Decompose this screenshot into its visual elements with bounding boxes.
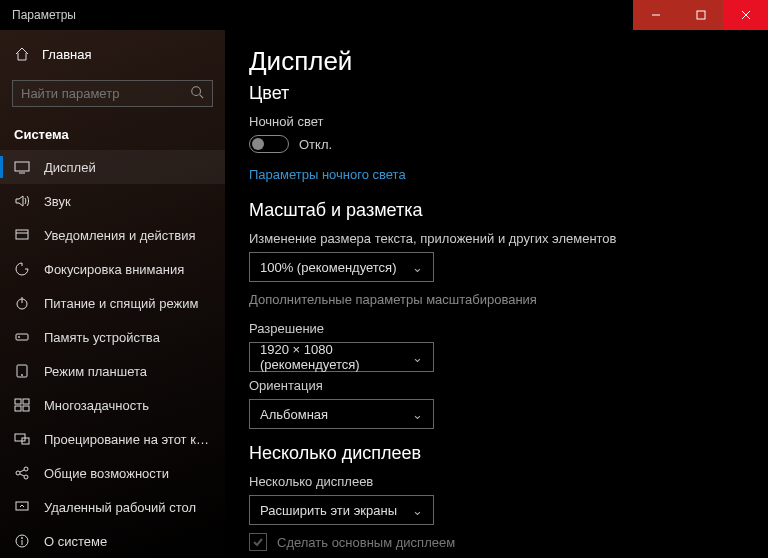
home-icon bbox=[14, 46, 30, 62]
scale-label: Изменение размера текста, приложений и д… bbox=[249, 231, 744, 246]
svg-rect-12 bbox=[16, 334, 28, 340]
night-light-state: Откл. bbox=[299, 137, 332, 152]
resolution-label: Разрешение bbox=[249, 321, 744, 336]
svg-point-24 bbox=[24, 475, 28, 479]
svg-point-23 bbox=[24, 467, 28, 471]
svg-line-26 bbox=[20, 474, 24, 476]
close-button[interactable] bbox=[723, 0, 768, 30]
sidebar-item-projecting[interactable]: Проецирование на этот компьютер bbox=[0, 422, 225, 456]
search-icon bbox=[190, 85, 204, 102]
section-scale-heading: Масштаб и разметка bbox=[249, 200, 744, 221]
orientation-value: Альбомная bbox=[260, 407, 328, 422]
sidebar-item-label: Проецирование на этот компьютер bbox=[44, 432, 211, 447]
shared-icon bbox=[14, 465, 30, 481]
chevron-down-icon: ⌄ bbox=[412, 260, 423, 275]
display-icon bbox=[14, 159, 30, 175]
svg-rect-16 bbox=[15, 399, 21, 404]
scale-dropdown[interactable]: 100% (рекомендуется) ⌄ bbox=[249, 252, 434, 282]
sidebar-item-notifications[interactable]: Уведомления и действия bbox=[0, 218, 225, 252]
sidebar-item-sound[interactable]: Звук bbox=[0, 184, 225, 218]
orientation-dropdown[interactable]: Альбомная ⌄ bbox=[249, 399, 434, 429]
section-color-heading: Цвет bbox=[249, 83, 744, 104]
svg-point-22 bbox=[16, 471, 20, 475]
sidebar-item-multitask[interactable]: Многозадачность bbox=[0, 388, 225, 422]
multi-value: Расширить эти экраны bbox=[260, 503, 397, 518]
section-title: Система bbox=[0, 121, 225, 150]
projecting-icon bbox=[14, 431, 30, 447]
sidebar-item-label: Фокусировка внимания bbox=[44, 262, 184, 277]
scale-value: 100% (рекомендуется) bbox=[260, 260, 396, 275]
svg-point-15 bbox=[22, 375, 23, 376]
resolution-value: 1920 × 1080 (рекомендуется) bbox=[260, 342, 412, 372]
sidebar-item-label: Уведомления и действия bbox=[44, 228, 196, 243]
about-icon bbox=[14, 533, 30, 549]
sidebar-item-storage[interactable]: Память устройства bbox=[0, 320, 225, 354]
sidebar-item-label: Общие возможности bbox=[44, 466, 169, 481]
svg-point-13 bbox=[19, 337, 20, 338]
resolution-dropdown[interactable]: 1920 × 1080 (рекомендуется) ⌄ bbox=[249, 342, 434, 372]
sidebar-item-label: Питание и спящий режим bbox=[44, 296, 198, 311]
svg-rect-27 bbox=[16, 502, 28, 510]
sidebar-item-label: Удаленный рабочий стол bbox=[44, 500, 196, 515]
svg-rect-17 bbox=[23, 399, 29, 404]
svg-point-4 bbox=[192, 87, 201, 96]
storage-icon bbox=[14, 329, 30, 345]
sidebar-item-focus[interactable]: Фокусировка внимания bbox=[0, 252, 225, 286]
night-light-toggle[interactable] bbox=[249, 135, 289, 153]
svg-point-30 bbox=[22, 538, 23, 539]
sidebar-item-label: Память устройства bbox=[44, 330, 160, 345]
maximize-button[interactable] bbox=[678, 0, 723, 30]
section-multi-heading: Несколько дисплеев bbox=[249, 443, 744, 464]
multi-label: Несколько дисплеев bbox=[249, 474, 744, 489]
multi-dropdown[interactable]: Расширить эти экраны ⌄ bbox=[249, 495, 434, 525]
notifications-icon bbox=[14, 227, 30, 243]
search-box[interactable] bbox=[12, 80, 213, 107]
page-title: Дисплей bbox=[249, 46, 744, 77]
sidebar: Главная Система Дисплей Звук Уведомления… bbox=[0, 30, 225, 558]
night-light-label: Ночной свет bbox=[249, 114, 744, 129]
home-link[interactable]: Главная bbox=[0, 38, 225, 70]
remote-icon bbox=[14, 499, 30, 515]
power-icon bbox=[14, 295, 30, 311]
sidebar-item-shared[interactable]: Общие возможности bbox=[0, 456, 225, 490]
svg-rect-6 bbox=[15, 162, 29, 171]
sidebar-item-label: Многозадачность bbox=[44, 398, 149, 413]
multitask-icon bbox=[14, 397, 30, 413]
sidebar-item-about[interactable]: О системе bbox=[0, 524, 225, 558]
svg-rect-18 bbox=[15, 406, 21, 411]
make-main-checkbox[interactable] bbox=[249, 533, 267, 551]
svg-line-5 bbox=[200, 95, 204, 99]
titlebar: Параметры bbox=[0, 0, 768, 30]
svg-rect-8 bbox=[16, 230, 28, 239]
content: Дисплей Цвет Ночной свет Откл. Параметры… bbox=[225, 30, 768, 558]
sidebar-item-power[interactable]: Питание и спящий режим bbox=[0, 286, 225, 320]
window-title: Параметры bbox=[0, 8, 633, 22]
orientation-label: Ориентация bbox=[249, 378, 744, 393]
minimize-button[interactable] bbox=[633, 0, 678, 30]
svg-rect-1 bbox=[697, 11, 705, 19]
svg-rect-19 bbox=[23, 406, 29, 411]
sidebar-item-tablet[interactable]: Режим планшета bbox=[0, 354, 225, 388]
tablet-icon bbox=[14, 363, 30, 379]
svg-line-25 bbox=[20, 470, 24, 472]
home-label: Главная bbox=[42, 47, 91, 62]
sidebar-item-remote[interactable]: Удаленный рабочий стол bbox=[0, 490, 225, 524]
sidebar-item-display[interactable]: Дисплей bbox=[0, 150, 225, 184]
search-input[interactable] bbox=[21, 86, 190, 101]
sound-icon bbox=[14, 193, 30, 209]
sidebar-item-label: Режим планшета bbox=[44, 364, 147, 379]
chevron-down-icon: ⌄ bbox=[412, 350, 423, 365]
sidebar-item-label: О системе bbox=[44, 534, 107, 549]
window-controls bbox=[633, 0, 768, 30]
chevron-down-icon: ⌄ bbox=[412, 503, 423, 518]
night-light-settings-link[interactable]: Параметры ночного света bbox=[249, 167, 406, 182]
focus-icon bbox=[14, 261, 30, 277]
chevron-down-icon: ⌄ bbox=[412, 407, 423, 422]
sidebar-item-label: Дисплей bbox=[44, 160, 96, 175]
advanced-scale-link[interactable]: Дополнительные параметры масштабирования bbox=[249, 292, 537, 307]
sidebar-item-label: Звук bbox=[44, 194, 71, 209]
make-main-label: Сделать основным дисплеем bbox=[277, 535, 455, 550]
